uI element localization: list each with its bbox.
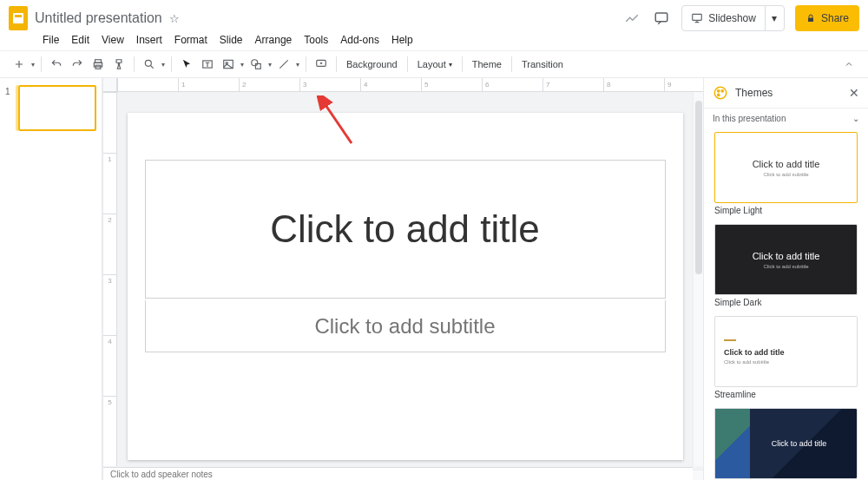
star-icon[interactable]: ☆ [169, 12, 180, 25]
svg-point-19 [721, 90, 723, 92]
theme-option-simple-dark[interactable]: Click to add titleClick to add subtitle … [714, 224, 858, 312]
theme-option-simple-light[interactable]: Click to add titleClick to add subtitle … [714, 132, 858, 220]
themes-title: Themes [735, 87, 849, 99]
svg-rect-4 [693, 14, 702, 20]
slideshow-label: Slideshow [708, 12, 756, 24]
svg-rect-14 [255, 63, 260, 69]
menu-insert[interactable]: Insert [130, 34, 168, 46]
filmstrip: 1 [0, 78, 102, 480]
svg-point-13 [252, 60, 258, 66]
line-dropdown[interactable]: ▾ [294, 61, 301, 69]
svg-point-18 [718, 90, 720, 92]
slide-canvas[interactable]: Click to add title Click to add subtitle [128, 113, 683, 460]
slide-number: 1 [5, 85, 12, 131]
redo-button[interactable] [68, 55, 87, 74]
undo-button[interactable] [47, 55, 66, 74]
present-icon [691, 12, 703, 24]
doc-title[interactable]: Untitled presentation [35, 10, 162, 26]
menu-arrange[interactable]: Arrange [249, 34, 299, 46]
activity-icon[interactable] [622, 9, 641, 28]
zoom-button[interactable] [140, 55, 159, 74]
textbox-tool[interactable] [198, 55, 217, 74]
close-icon[interactable]: ✕ [849, 86, 859, 100]
ruler-vertical: 12345 [103, 92, 117, 466]
print-button[interactable] [89, 55, 108, 74]
collapse-toolbar-button[interactable] [839, 55, 858, 74]
scrollbar-vertical[interactable] [693, 92, 703, 466]
share-button[interactable]: Share [795, 5, 859, 31]
menu-slide[interactable]: Slide [214, 34, 249, 46]
theme-option-streamline[interactable]: Click to add titleClick to add subtitle … [714, 316, 858, 404]
main-area: 1 123456789 12345 Click to add title Cli… [0, 78, 868, 480]
app-logo[interactable] [7, 7, 30, 30]
svg-point-20 [718, 94, 720, 95]
subtitle-placeholder[interactable]: Click to add subtitle [145, 300, 666, 352]
themes-subheader: In this presentation [713, 114, 786, 123]
comment-tool[interactable] [312, 55, 331, 74]
select-tool[interactable] [177, 55, 196, 74]
menu-help[interactable]: Help [385, 34, 419, 46]
chevron-down-icon[interactable]: ⌄ [852, 114, 859, 123]
svg-rect-3 [656, 13, 668, 22]
theme-button[interactable]: Theme [467, 59, 507, 69]
menu-tools[interactable]: Tools [298, 34, 334, 46]
line-tool[interactable] [274, 55, 293, 74]
menu-view[interactable]: View [95, 34, 130, 46]
menu-file[interactable]: File [36, 34, 65, 46]
background-button[interactable]: Background [341, 59, 403, 69]
themes-icon [713, 85, 728, 101]
svg-rect-1 [13, 13, 23, 23]
chevron-down-icon: ▾ [449, 61, 452, 69]
layout-button[interactable]: Layout▾ [412, 59, 457, 69]
shape-tool[interactable] [247, 55, 266, 74]
svg-point-17 [714, 87, 727, 99]
menu-addons[interactable]: Add-ons [334, 34, 385, 46]
title-placeholder[interactable]: Click to add title [145, 160, 666, 299]
toolbar: ▾ ▾ ▾ ▾ ▾ Background Layout▾ Theme Trans… [0, 50, 868, 78]
svg-point-9 [145, 60, 151, 66]
shape-dropdown[interactable]: ▾ [266, 61, 273, 69]
slideshow-button[interactable]: Slideshow ▾ [681, 5, 785, 31]
paint-format-button[interactable] [109, 55, 128, 74]
svg-rect-2 [15, 15, 22, 17]
zoom-dropdown[interactable]: ▾ [160, 61, 167, 69]
header: Untitled presentation ☆ Slideshow ▾ Shar… [0, 0, 868, 31]
menu-edit[interactable]: Edit [65, 34, 95, 46]
share-label: Share [821, 12, 849, 24]
slideshow-dropdown[interactable]: ▾ [765, 6, 784, 30]
image-tool[interactable] [219, 55, 238, 74]
menu-format[interactable]: Format [168, 34, 214, 46]
comments-icon[interactable] [652, 9, 671, 28]
menu-bar: File Edit View Insert Format Slide Arran… [0, 31, 868, 49]
editor-stage: 123456789 12345 Click to add title Click… [102, 78, 703, 480]
new-slide-button[interactable] [10, 55, 29, 74]
themes-panel: Themes ✕ In this presentation ⌄ Click to… [703, 78, 868, 480]
transition-button[interactable]: Transition [516, 59, 569, 69]
theme-option-focus[interactable]: Click to add title Focus [714, 408, 858, 480]
image-dropdown[interactable]: ▾ [239, 61, 246, 69]
lock-icon [806, 13, 816, 23]
speaker-notes[interactable]: Click to add speaker notes [103, 467, 693, 480]
slide-thumbnail-1[interactable] [18, 85, 96, 131]
svg-rect-5 [808, 18, 813, 23]
new-slide-dropdown[interactable]: ▾ [30, 61, 36, 69]
ruler-horizontal: 123456789 [117, 78, 703, 92]
